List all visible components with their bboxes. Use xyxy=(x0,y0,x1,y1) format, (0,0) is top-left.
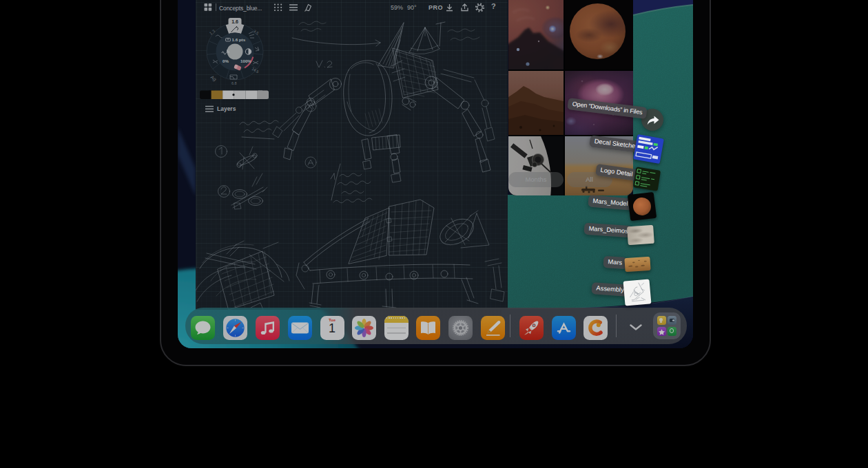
svg-text:6.8: 6.8 xyxy=(231,81,237,85)
svg-text:1.6 pts: 1.6 pts xyxy=(232,37,246,42)
svg-text:0%: 0% xyxy=(223,58,229,63)
svg-text:100%: 100% xyxy=(240,58,251,63)
svg-text:Ag: Ag xyxy=(209,74,218,83)
svg-text:1.6: 1.6 xyxy=(231,19,238,24)
